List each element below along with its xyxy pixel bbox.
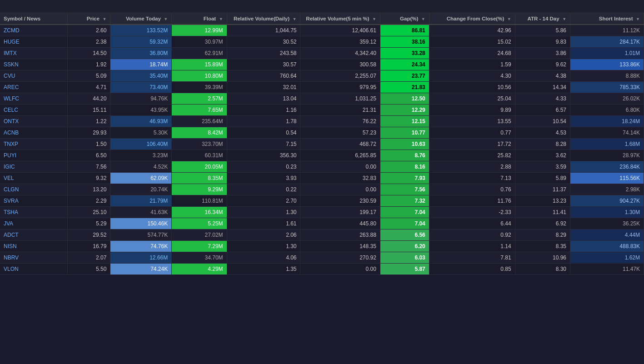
cell-float: 8.35M [172,173,227,184]
cell-volume-today: 3.23M [110,150,172,161]
cell-rel-vol-daily: 356.30 [227,150,300,161]
cell-float: 30.97M [172,36,227,48]
cell-short-interest: 133.86K [570,59,644,70]
col-header-relVol5min[interactable]: Relative Volume(5 min %) ▼ [300,13,380,25]
cell-change-from-close: 0.76 [429,184,515,195]
cell-float: 323.70M [172,139,227,150]
col-label-relVolDaily: Relative Volume(Daily) [234,16,290,21]
cell-symbol[interactable]: SVRA [0,195,67,207]
cell-symbol[interactable]: CLGN [0,184,67,195]
col-header-volumeToday[interactable]: Volume Today ▼ [110,13,172,25]
table-row: AREC4.7173.40M39.39M32.01979.9521.8310.5… [0,82,644,93]
cell-price: 9.32 [67,173,110,184]
col-header-changeFromClose[interactable]: Change From Close(%) ▼ [429,13,515,25]
col-header-shortInterest[interactable]: Short Interest ▼ [570,13,644,25]
cell-price: 7.56 [67,161,110,173]
cell-symbol[interactable]: AREC [0,82,67,93]
sort-icon-volumeToday: ▼ [163,17,168,21]
cell-symbol[interactable]: CELC [0,105,67,116]
cell-symbol[interactable]: TSHA [0,207,67,218]
cell-atr-14: 4.33 [515,93,570,105]
cell-volume-today: 5.30K [110,127,172,139]
table-row: HUGE2.3859.32M30.97M30.52359.1238.1615.0… [0,36,644,48]
cell-atr-14: 14.34 [515,82,570,93]
cell-gap: 23.77 [380,70,429,82]
cell-gap: 12.15 [380,116,429,127]
cell-symbol[interactable]: VLON [0,264,67,275]
cell-volume-today: 35.40M [110,70,172,82]
cell-symbol[interactable]: NBRV [0,252,67,264]
sort-icon-price: ▼ [101,17,106,21]
cell-symbol[interactable]: SSKN [0,59,67,70]
sort-icon-float: ▼ [218,17,223,21]
cell-rel-vol-5min: 359.12 [300,36,380,48]
cell-price: 5.50 [67,264,110,275]
cell-short-interest: 8.88K [570,70,644,82]
cell-price: 2.29 [67,195,110,207]
cell-float: 34.70M [172,252,227,264]
cell-short-interest: 28.97K [570,150,644,161]
col-header-price[interactable]: Price ▼ [67,13,110,25]
cell-symbol[interactable]: ACNB [0,127,67,139]
cell-symbol[interactable]: CVU [0,70,67,82]
cell-change-from-close: 0.77 [429,127,515,139]
cell-symbol[interactable]: TNXP [0,139,67,150]
cell-rel-vol-daily: 30.52 [227,36,300,48]
cell-rel-vol-daily: 30.57 [227,59,300,70]
table-row: ONTX1.2246.93M235.64M1.7876.2212.1513.55… [0,116,644,127]
col-label-atr14: ATR - 14 Day [528,16,559,21]
table-row: IGIC7.564.52K20.05M0.230.008.162.883.592… [0,161,644,173]
cell-rel-vol-5min: 230.59 [300,195,380,207]
cell-symbol[interactable]: PUYI [0,150,67,161]
col-header-relVolDaily[interactable]: Relative Volume(Daily) ▼ [227,13,300,25]
cell-rel-vol-5min: 4,342.40 [300,48,380,59]
col-header-float[interactable]: Float ▼ [172,13,227,25]
cell-gap: 12.50 [380,93,429,105]
cell-rel-vol-daily: 1.78 [227,116,300,127]
cell-symbol[interactable]: IMTX [0,48,67,59]
external-icon[interactable] [622,3,629,10]
cell-rel-vol-daily: 32.01 [227,82,300,93]
cell-short-interest: 6.80K [570,105,644,116]
table-row: JVA5.29150.46K5.25M1.61445.807.046.446.9… [0,218,644,229]
cell-rel-vol-5min: 0.00 [300,161,380,173]
cell-float: 39.39M [172,82,227,93]
col-label-price: Price [87,16,100,21]
cell-price: 2.07 [67,252,110,264]
cell-volume-today: 21.79M [110,195,172,207]
cell-gap: 5.87 [380,264,429,275]
cell-atr-14: 4.38 [515,70,570,82]
cell-rel-vol-daily: 1.35 [227,264,300,275]
cell-change-from-close: 9.89 [429,105,515,116]
cell-symbol[interactable]: VEL [0,173,67,184]
cell-volume-today: 12.66M [110,252,172,264]
cell-atr-14: 10.54 [515,116,570,127]
cell-symbol[interactable]: ZCMD [0,25,67,36]
col-label-gap: Gap(%) [400,16,418,21]
cell-symbol[interactable]: ONTX [0,116,67,127]
cell-volume-today: 59.32M [110,36,172,48]
cell-atr-14: 5.86 [515,25,570,36]
col-header-gap[interactable]: Gap(%) ▼ [380,13,429,25]
cell-float: 7.65M [172,105,227,116]
close-icon[interactable] [632,3,639,10]
sort-icon-relVolDaily: ▼ [291,17,296,21]
cell-atr-14: 3.62 [515,150,570,161]
cell-symbol[interactable]: IGIC [0,161,67,173]
cell-symbol[interactable]: HUGE [0,36,67,48]
cell-symbol[interactable]: WLFC [0,93,67,105]
col-label-float: Float [204,16,216,21]
col-label-changeFromClose: Change From Close(%) [447,16,504,21]
cell-symbol[interactable]: NISN [0,241,67,252]
cell-float: 4.29M [172,264,227,275]
cell-rel-vol-daily: 1,044.75 [227,25,300,36]
cell-price: 16.79 [67,241,110,252]
cell-volume-today: 36.80M [110,48,172,59]
cell-price: 1.92 [67,59,110,70]
table-row: CLGN13.2020.74K9.29M0.220.007.560.7611.3… [0,184,644,195]
cell-symbol[interactable]: JVA [0,218,67,229]
col-header-atr14[interactable]: ATR - 14 Day ▼ [515,13,570,25]
cell-volume-today: 4.52K [110,161,172,173]
cell-rel-vol-daily: 0.54 [227,127,300,139]
cell-symbol[interactable]: ADCT [0,229,67,241]
